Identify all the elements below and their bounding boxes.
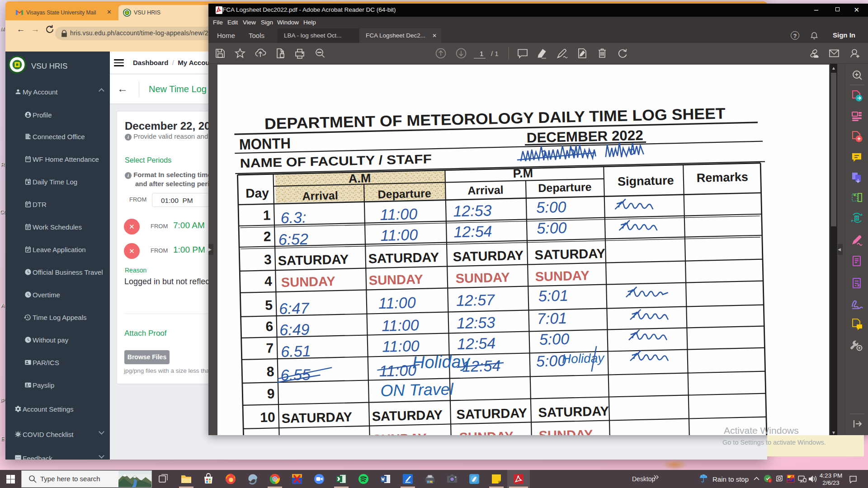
svg-text:5:00: 5:00 <box>536 198 566 216</box>
svg-text:A.M: A.M <box>348 171 371 185</box>
svg-text:Departure: Departure <box>538 180 592 194</box>
svg-text:SUNDAY: SUNDAY <box>538 427 593 435</box>
svg-text:SATURDAY: SATURDAY <box>453 248 524 264</box>
svg-text:5: 5 <box>265 297 273 312</box>
svg-text:11:00: 11:00 <box>379 361 416 380</box>
svg-text:SATURDAY: SATURDAY <box>534 246 605 263</box>
svg-text:11:00: 11:00 <box>378 294 416 312</box>
svg-text:5:01: 5:01 <box>538 286 568 304</box>
svg-text:Signature: Signature <box>618 174 674 188</box>
svg-text:Departure: Departure <box>377 187 431 201</box>
svg-text:6:49: 6:49 <box>279 321 310 338</box>
svg-text:SUNDAY: SUNDAY <box>368 272 423 288</box>
svg-text:5:00: 5:00 <box>539 330 569 347</box>
svg-text:1: 1 <box>263 207 270 222</box>
svg-text:3: 3 <box>264 252 272 267</box>
svg-text:SUNDAY: SUNDAY <box>535 268 589 284</box>
svg-text:6:52: 6:52 <box>278 230 308 248</box>
svg-text:12:53: 12:53 <box>453 202 492 220</box>
svg-text:7: 7 <box>266 340 274 355</box>
svg-text:SUNDAY: SUNDAY <box>372 431 426 435</box>
svg-text:11:00: 11:00 <box>382 316 419 334</box>
svg-text:SATURDAY: SATURDAY <box>456 406 527 422</box>
svg-text:SUNDAY: SUNDAY <box>285 433 339 435</box>
svg-text:SUNDAY: SUNDAY <box>281 274 335 290</box>
svg-text:12:57: 12:57 <box>456 291 495 309</box>
svg-text:4: 4 <box>264 273 273 288</box>
svg-text:12:54: 12:54 <box>457 334 496 352</box>
svg-text:6.51: 6.51 <box>281 342 311 360</box>
svg-text:Arrival: Arrival <box>302 189 338 202</box>
svg-text:SUNDAY: SUNDAY <box>455 270 509 286</box>
svg-text:2/6/23: 2/6/23 <box>822 479 840 486</box>
svg-text:/ 1: / 1 <box>491 50 499 57</box>
svg-text:Remarks: Remarks <box>697 170 749 185</box>
svg-text:2: 2 <box>264 229 271 244</box>
svg-text:7:01: 7:01 <box>537 310 567 327</box>
svg-text:11:00: 11:00 <box>380 226 418 244</box>
svg-text:12:53: 12:53 <box>457 314 495 332</box>
svg-text:MONTH: MONTH <box>239 135 291 153</box>
svg-text:P.M: P.M <box>513 166 533 180</box>
svg-text:SATURDAY: SATURDAY <box>538 404 609 420</box>
svg-text:12:54: 12:54 <box>453 222 492 240</box>
svg-text:SATURDAY: SATURDAY <box>372 408 443 424</box>
svg-text:11:00: 11:00 <box>380 205 417 223</box>
svg-text:5:00: 5:00 <box>537 219 567 237</box>
svg-text:4:23 PM: 4:23 PM <box>820 472 842 479</box>
svg-text:Arrival: Arrival <box>467 183 504 197</box>
svg-text:ON Travel: ON Travel <box>380 380 454 400</box>
svg-text:Rain to stop: Rain to stop <box>712 475 749 483</box>
svg-text:6.3:: 6.3: <box>280 209 307 226</box>
svg-text:SATURDAY: SATURDAY <box>281 409 352 426</box>
svg-text:1: 1 <box>480 50 483 57</box>
svg-text:6:47: 6:47 <box>279 299 310 317</box>
svg-text:11:00: 11:00 <box>382 337 420 355</box>
svg-text:SATURDAY: SATURDAY <box>278 252 349 268</box>
svg-text:SUNDAY: SUNDAY <box>459 429 513 435</box>
svg-text:Desktop: Desktop <box>632 475 656 483</box>
svg-text:6: 6 <box>265 319 273 333</box>
svg-text:10: 10 <box>260 409 275 425</box>
svg-text:Holiday: Holiday <box>562 351 605 366</box>
svg-text:11: 11 <box>261 432 276 435</box>
svg-text:!: ! <box>769 479 770 483</box>
svg-text:Holiday: Holiday <box>412 352 471 372</box>
svg-text:Day: Day <box>245 186 269 200</box>
svg-text:9: 9 <box>267 386 274 401</box>
svg-text:8: 8 <box>266 364 274 379</box>
svg-text:NAME OF FACULTY / STAFF: NAME OF FACULTY / STAFF <box>240 152 432 170</box>
svg-text:SATURDAY: SATURDAY <box>368 250 439 266</box>
